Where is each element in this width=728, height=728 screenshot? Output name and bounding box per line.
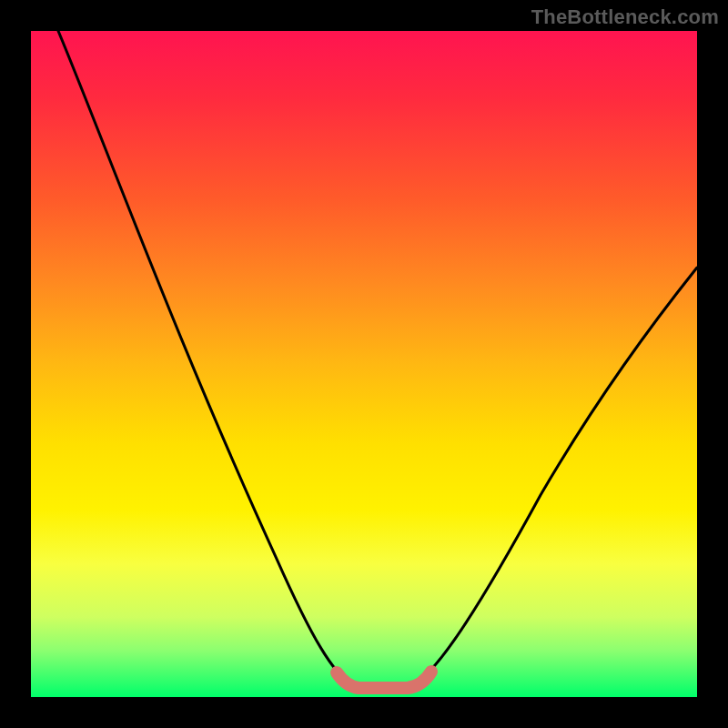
optimal-band (337, 672, 431, 688)
chart-svg (31, 31, 697, 697)
bottleneck-curve (58, 31, 697, 684)
watermark-text: TheBottleneck.com (531, 5, 719, 29)
plot-area (31, 31, 697, 697)
chart-frame: TheBottleneck.com (0, 0, 728, 728)
